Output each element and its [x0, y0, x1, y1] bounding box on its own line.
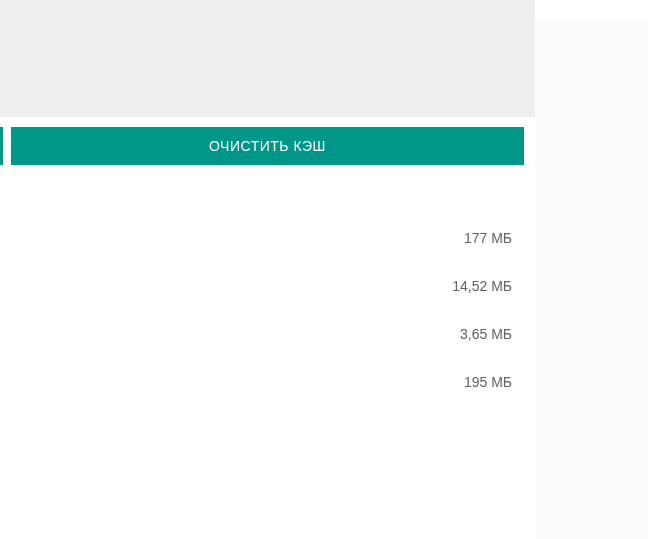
main-panel: ОЧИСТИТЬ КЭШ 177 МБ 14,52 МБ 3,65 МБ 195… — [0, 0, 535, 539]
button-row: ОЧИСТИТЬ КЭШ — [0, 127, 535, 165]
storage-item: 177 МБ — [0, 214, 525, 262]
storage-item: 14,52 МБ — [0, 262, 525, 310]
right-panel — [535, 0, 648, 539]
clear-cache-button[interactable]: ОЧИСТИТЬ КЭШ — [11, 127, 524, 165]
storage-value: 195 МБ — [464, 374, 512, 390]
storage-value: 177 МБ — [464, 230, 512, 246]
right-panel-top — [535, 0, 648, 20]
clear-cache-label: ОЧИСТИТЬ КЭШ — [209, 138, 326, 154]
storage-value: 3,65 МБ — [460, 326, 512, 342]
storage-list: 177 МБ 14,52 МБ 3,65 МБ 195 МБ — [0, 200, 525, 406]
partial-button-edge[interactable] — [0, 127, 3, 165]
storage-item: 195 МБ — [0, 358, 525, 406]
storage-value: 14,52 МБ — [452, 278, 512, 294]
storage-item: 3,65 МБ — [0, 310, 525, 358]
